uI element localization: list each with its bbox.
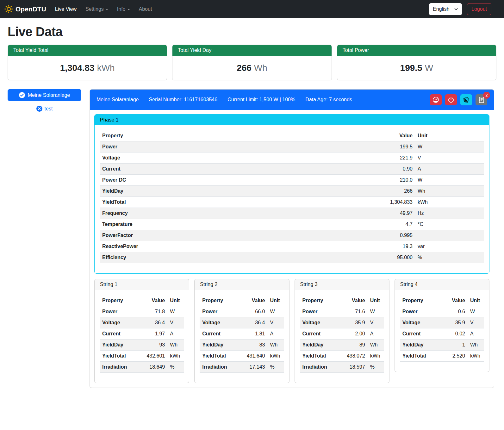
table-row: Power71.6W <box>300 306 384 317</box>
value-cell: 438.072 <box>338 351 368 362</box>
table-row: Current1.81A <box>200 328 284 340</box>
logout-button[interactable]: Logout <box>467 3 491 15</box>
caret-down-icon <box>128 9 130 10</box>
x-circle-icon <box>36 106 42 112</box>
card-value-row: 199.5 W <box>337 56 496 80</box>
navbar-right: English Logout <box>429 3 491 15</box>
inverter-select-button[interactable]: Meine Solaranlage <box>8 89 81 101</box>
event-log-button[interactable]: 2 <box>476 94 487 105</box>
unit-cell: Hz <box>415 208 484 219</box>
table-row: Current0.02A <box>400 328 484 340</box>
table-row: Irradiation18.597% <box>300 362 384 373</box>
property-cell: PowerFactor <box>100 230 288 241</box>
table-row: Current0.90A <box>100 164 484 175</box>
string-2-table: PropertyValueUnitPower66.0WVoltage36.4VC… <box>200 295 284 373</box>
property-cell: Voltage <box>200 317 238 328</box>
property-cell: YieldDay <box>200 340 238 351</box>
column-header-value: Value <box>288 130 415 141</box>
inverter-serial: Serial Number: 116171603546 <box>149 97 217 103</box>
phase-table-wrap: PropertyValueUnitPower199.5WVoltage221.9… <box>95 125 489 273</box>
property-cell: ReactivePower <box>100 241 288 252</box>
card-title: Total Power <box>337 45 496 56</box>
navbar: OpenDTU Live View Settings Info About En… <box>0 0 504 18</box>
column-header-unit: Unit <box>167 295 184 306</box>
inverter-item-test[interactable]: test <box>8 106 81 112</box>
table-row: Voltage36.4V <box>100 317 184 328</box>
total-yield-day-card: Total Yield Day 266 Wh <box>172 45 332 80</box>
column-header-value: Value <box>138 295 167 306</box>
string-4-table: PropertyValueUnitPower0.6WVoltage35.9VCu… <box>400 295 484 362</box>
power-toggle-button[interactable] <box>445 94 457 105</box>
property-cell: YieldDay <box>300 340 338 351</box>
event-count-badge: 2 <box>483 92 490 99</box>
value-cell: 432.601 <box>138 351 167 362</box>
inverter-panel-header: Meine Solaranlage Serial Number: 1161716… <box>90 90 494 110</box>
table-row: Efficiency95.000% <box>100 252 484 263</box>
limit-settings-button[interactable] <box>430 94 442 105</box>
value-cell: 35.9 <box>441 317 468 328</box>
table-row: Power71.8W <box>100 306 184 317</box>
value-cell: 1.81 <box>238 328 267 340</box>
value-cell: 221.9 <box>288 153 415 164</box>
value-cell: 71.6 <box>338 306 368 317</box>
column-header-property: Property <box>400 295 441 306</box>
unit-cell: kWh <box>368 351 384 362</box>
unit-cell: % <box>167 362 184 373</box>
column-header-unit: Unit <box>415 130 484 141</box>
property-cell: Voltage <box>100 153 288 164</box>
nav-item-about[interactable]: About <box>134 4 157 15</box>
value-cell: 89 <box>338 340 368 351</box>
inverter-item-label: test <box>45 106 53 112</box>
table-row: YieldDay83Wh <box>200 340 284 351</box>
inverter-actions: 2 <box>430 94 487 105</box>
table-row: YieldTotal2.520kWh <box>400 351 484 362</box>
nav-item-settings[interactable]: Settings <box>81 4 113 15</box>
unit-cell: V <box>368 317 384 328</box>
property-cell: YieldTotal <box>300 351 338 362</box>
value-cell: 199.5 <box>288 141 415 153</box>
language-select-value: English <box>433 6 449 12</box>
value-cell: 431.640 <box>238 351 267 362</box>
unit-cell: W <box>167 306 184 317</box>
page-container: Live Data Total Yield Total 1,304.83 kWh… <box>0 25 504 388</box>
property-cell: YieldTotal <box>100 197 288 208</box>
string-title: String 1 <box>95 279 189 290</box>
property-cell: Power <box>100 141 288 153</box>
value-cell: 71.8 <box>138 306 167 317</box>
card-unit: kWh <box>97 63 115 73</box>
property-cell: Power DC <box>100 175 288 186</box>
string-1-card: String 1 PropertyValueUnitPower71.8WVolt… <box>94 279 189 383</box>
device-info-button[interactable] <box>460 94 472 105</box>
unit-cell: var <box>415 241 484 252</box>
table-row: PowerFactor0.995 <box>100 230 484 241</box>
column-header-unit: Unit <box>368 295 384 306</box>
brand[interactable]: OpenDTU <box>4 5 46 13</box>
table-row: Voltage35.9V <box>300 317 384 328</box>
nav-item-live-view[interactable]: Live View <box>51 4 81 15</box>
value-cell: 0.995 <box>288 230 415 241</box>
value-cell: 2.520 <box>441 351 468 362</box>
unit-cell: kWh <box>268 351 284 362</box>
string-title: String 3 <box>295 279 389 290</box>
unit-cell: °C <box>415 219 484 230</box>
table-row: Voltage35.9V <box>400 317 484 328</box>
table-row: YieldDay266Wh <box>100 186 484 197</box>
value-cell: 17.143 <box>238 362 267 373</box>
strings-row: String 1 PropertyValueUnitPower71.8WVolt… <box>94 279 489 383</box>
card-value: 266 <box>237 63 252 73</box>
nav-item-info[interactable]: Info <box>113 4 134 15</box>
property-cell: YieldDay <box>100 186 288 197</box>
property-cell: YieldTotal <box>400 351 441 362</box>
card-unit: Wh <box>254 63 267 73</box>
property-cell: YieldTotal <box>100 351 138 362</box>
property-cell: Current <box>200 328 238 340</box>
unit-cell: V <box>415 153 484 164</box>
string-3-card: String 3 PropertyValueUnitPower71.6WVolt… <box>295 279 389 383</box>
column-header-property: Property <box>100 130 288 141</box>
column-header-value: Value <box>441 295 468 306</box>
chevron-down-icon <box>454 7 458 11</box>
power-icon <box>448 97 454 103</box>
inverter-limit: Current Limit: 1,500 W | 100% <box>227 97 295 103</box>
language-select[interactable]: English <box>429 3 462 15</box>
value-cell: 0.90 <box>288 164 415 175</box>
